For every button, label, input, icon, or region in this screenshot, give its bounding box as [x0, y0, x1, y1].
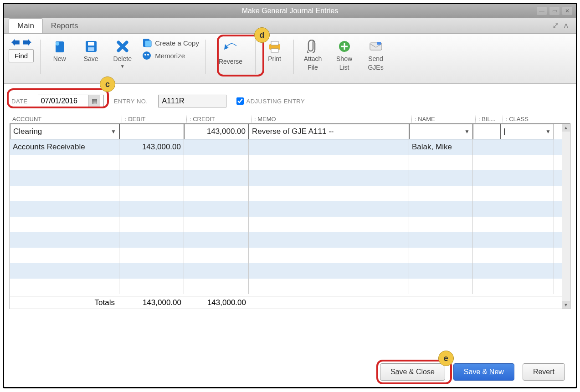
- table-cell[interactable]: [500, 186, 554, 201]
- table-cell[interactable]: [473, 279, 500, 294]
- save-button[interactable]: Save: [78, 37, 103, 62]
- table-cell[interactable]: [249, 232, 409, 248]
- table-cell[interactable]: ▼: [409, 124, 473, 139]
- table-cell[interactable]: [10, 248, 119, 263]
- table-cell[interactable]: Reverse of GJE A111 --: [249, 124, 409, 139]
- col-account[interactable]: ACCOUNT: [12, 116, 122, 122]
- table-cell[interactable]: [473, 248, 500, 263]
- table-cell[interactable]: [473, 263, 500, 279]
- table-cell[interactable]: [500, 170, 554, 186]
- table-cell[interactable]: 143,000.00: [184, 124, 249, 139]
- table-cell[interactable]: [184, 279, 249, 294]
- find-button[interactable]: Find: [9, 49, 34, 62]
- table-cell[interactable]: [119, 201, 184, 217]
- table-cell[interactable]: [249, 155, 409, 170]
- show-list-button[interactable]: Show List: [332, 37, 357, 71]
- table-row[interactable]: [10, 232, 570, 248]
- col-memo[interactable]: : MEMO: [251, 116, 411, 122]
- entryno-field[interactable]: [158, 95, 226, 107]
- table-cell[interactable]: [249, 170, 409, 186]
- table-cell[interactable]: [249, 186, 409, 201]
- table-row[interactable]: [10, 186, 570, 201]
- table-cell[interactable]: [500, 201, 554, 217]
- table-cell[interactable]: [10, 201, 119, 217]
- print-button[interactable]: Print: [262, 37, 287, 62]
- table-cell[interactable]: [473, 155, 500, 170]
- adjusting-entry-check[interactable]: [236, 97, 244, 105]
- table-cell[interactable]: [184, 232, 249, 248]
- dropdown-icon[interactable]: ▼: [545, 128, 551, 135]
- table-cell[interactable]: [184, 263, 249, 279]
- calendar-icon[interactable]: ▦: [88, 95, 100, 107]
- table-cell[interactable]: Accounts Receivable: [10, 139, 119, 155]
- table-cell[interactable]: [184, 217, 249, 232]
- table-cell[interactable]: Clearing▼: [10, 124, 119, 139]
- table-row[interactable]: [10, 170, 570, 186]
- table-cell[interactable]: [10, 263, 119, 279]
- table-cell[interactable]: [249, 279, 409, 294]
- table-cell[interactable]: [119, 248, 184, 263]
- table-cell[interactable]: [10, 186, 119, 201]
- scroll-up-icon[interactable]: ▲: [562, 124, 570, 132]
- table-row[interactable]: [10, 279, 570, 294]
- table-cell[interactable]: [249, 217, 409, 232]
- delete-button[interactable]: Delete▼: [110, 37, 135, 70]
- dropdown-icon[interactable]: ▼: [464, 128, 470, 135]
- table-cell[interactable]: [473, 170, 500, 186]
- table-row[interactable]: [10, 217, 570, 232]
- table-cell[interactable]: [249, 263, 409, 279]
- next-arrow-icon[interactable]: 🡆: [22, 37, 32, 47]
- table-cell[interactable]: 143,000.00: [119, 139, 184, 155]
- table-cell[interactable]: [409, 263, 473, 279]
- table-cell[interactable]: [473, 139, 500, 155]
- table-row[interactable]: [10, 248, 570, 263]
- table-cell[interactable]: [119, 155, 184, 170]
- table-cell[interactable]: [119, 186, 184, 201]
- table-cell[interactable]: [119, 279, 184, 294]
- new-button[interactable]: New: [47, 37, 72, 62]
- tab-reports[interactable]: Reports: [43, 19, 87, 33]
- table-cell[interactable]: [500, 263, 554, 279]
- table-cell[interactable]: [10, 170, 119, 186]
- col-credit[interactable]: : CREDIT: [186, 116, 251, 122]
- prev-arrow-icon[interactable]: 🡄: [10, 37, 21, 47]
- save-new-button[interactable]: Save & New: [453, 363, 514, 381]
- table-cell[interactable]: [119, 170, 184, 186]
- table-cell[interactable]: [10, 232, 119, 248]
- table-cell[interactable]: [409, 248, 473, 263]
- table-cell[interactable]: [409, 186, 473, 201]
- create-copy-button[interactable]: Create a Copy: [141, 37, 199, 48]
- table-row[interactable]: [10, 263, 570, 279]
- attach-file-button[interactable]: Attach File: [300, 37, 325, 71]
- send-gjes-button[interactable]: Send GJEs: [363, 37, 388, 71]
- collapse-icon[interactable]: ʌ: [564, 20, 569, 31]
- table-cell[interactable]: [473, 232, 500, 248]
- table-cell[interactable]: [409, 201, 473, 217]
- date-input[interactable]: [38, 96, 88, 106]
- scroll-down-icon[interactable]: ▼: [562, 301, 570, 309]
- table-cell[interactable]: [409, 155, 473, 170]
- table-cell[interactable]: [500, 139, 554, 155]
- table-cell[interactable]: [500, 155, 554, 170]
- grid-scrollbar[interactable]: ▲ ▼: [562, 124, 570, 309]
- table-row[interactable]: Clearing▼143,000.00Reverse of GJE A111 -…: [10, 124, 570, 139]
- table-cell[interactable]: [409, 170, 473, 186]
- tab-main[interactable]: Main: [9, 18, 43, 33]
- table-cell[interactable]: [10, 155, 119, 170]
- table-cell[interactable]: [249, 248, 409, 263]
- table-cell[interactable]: [119, 217, 184, 232]
- col-bil[interactable]: : BIL...: [475, 116, 503, 122]
- table-row[interactable]: [10, 155, 570, 170]
- expand-icon[interactable]: ⤢: [552, 20, 559, 31]
- reverse-button[interactable]: Reverse: [212, 37, 249, 70]
- table-cell[interactable]: [500, 279, 554, 294]
- table-cell[interactable]: [473, 124, 500, 139]
- table-cell[interactable]: [184, 139, 249, 155]
- table-cell[interactable]: [119, 232, 184, 248]
- minimize-icon[interactable]: —: [537, 7, 547, 15]
- adjusting-entry-checkbox[interactable]: ADJUSTING ENTRY: [236, 97, 305, 105]
- table-cell[interactable]: [10, 217, 119, 232]
- table-cell[interactable]: [184, 186, 249, 201]
- table-cell[interactable]: [409, 217, 473, 232]
- table-cell[interactable]: [500, 232, 554, 248]
